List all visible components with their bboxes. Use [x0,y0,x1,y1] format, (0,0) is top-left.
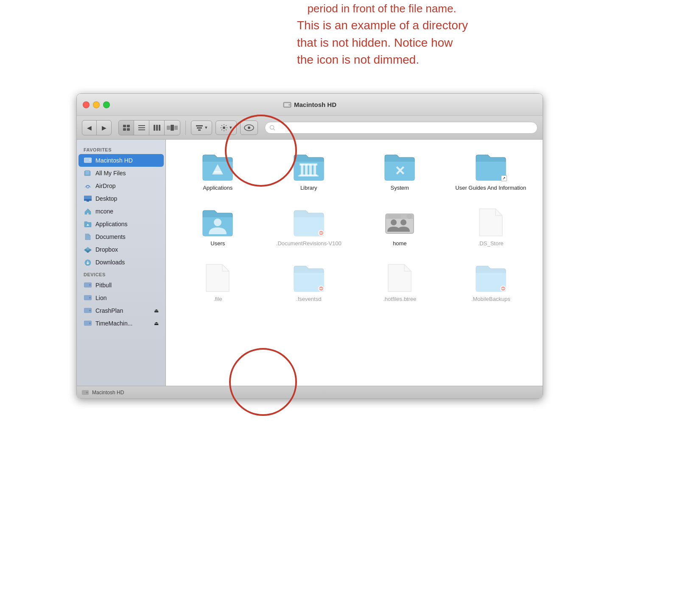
minimize-button[interactable] [93,101,100,108]
downloads-icon [84,258,92,267]
search-box[interactable] [265,122,538,134]
svg-rect-14 [171,125,174,131]
file-item-fseventsd[interactable]: .fseventsd [266,259,353,306]
sidebar-item-timemachine[interactable]: TimeMachin... ⏏ [77,317,165,330]
file-item-file[interactable]: .file [174,259,261,306]
library-folder-large [292,152,325,181]
sidebar-item-pitbull[interactable]: Pitbull [77,279,165,292]
user-guides-label: User Guides And Information [455,185,526,192]
gear-icon [220,124,228,132]
hidden-badge-fseventsd [318,286,324,292]
svg-point-21 [248,126,250,129]
svg-rect-7 [138,125,145,126]
library-label: Library [300,185,317,192]
system-folder-large: ✕ [383,152,416,181]
sidebar-item-downloads[interactable]: Downloads [77,256,165,269]
plain-file-large3 [386,264,413,292]
svg-rect-15 [174,126,178,130]
action-button[interactable]: ▾ [216,121,237,135]
fseventsd-label: .fseventsd [296,296,321,303]
timemachine-drive-icon [84,319,92,328]
svg-point-54 [400,219,406,225]
drive-svg2 [84,295,92,301]
svg-rect-17 [197,127,202,129]
file-item-users[interactable]: Users [174,204,261,251]
icon-view-icon [123,124,130,131]
status-drive-icon [82,390,89,395]
system-folder-icon: ✕ [383,152,417,182]
sidebar-item-all-my-files[interactable]: All My Files [77,167,165,180]
sidebar-item-crashplan[interactable]: CrashPlan ⏏ [77,304,165,317]
sidebar-item-airdrop[interactable]: AirDrop [77,180,165,192]
eye-button[interactable] [240,121,258,135]
file-item-applications[interactable]: Applications [174,148,261,195]
svg-rect-10 [154,125,155,131]
all-my-files-icon [84,169,92,177]
file-item-home[interactable]: home [356,204,443,251]
svg-rect-13 [167,126,170,130]
arrange-button[interactable]: ▾ [191,121,212,135]
eject-icon-timemachine[interactable]: ⏏ [154,320,159,326]
hotfiles-label: .hotfiles.btree [383,296,416,303]
applications-sidebar-icon [84,220,92,228]
home-label: home [393,240,407,247]
file-item-library[interactable]: Library [266,148,353,195]
home-drive-icon [383,207,417,238]
sidebar-label-lion: Lion [95,295,106,301]
airdrop-svg [84,182,92,189]
sidebar-label-mcone: mcone [95,208,113,215]
icon-view-button[interactable] [119,121,134,135]
plain-file-large [478,208,504,237]
sidebar-label-crashplan: CrashPlan [95,307,123,314]
back-button[interactable]: ◀ [82,121,97,135]
column-view-button[interactable] [149,121,165,135]
mobilebackups-label: .MobileBackups [471,296,510,303]
sidebar-item-lion[interactable]: Lion [77,292,165,304]
sidebar-item-documents[interactable]: Documents [77,230,165,243]
sidebar: FAVORITES Macintosh HD [77,140,166,386]
toolbar-separator-1 [185,121,186,135]
file-item-system[interactable]: ✕ System [356,148,443,195]
svg-rect-30 [84,199,92,201]
svg-point-28 [87,185,89,188]
svg-point-56 [407,214,412,219]
sidebar-item-mcone[interactable]: mcone [77,205,165,218]
svg-rect-18 [198,129,201,131]
sidebar-item-applications[interactable]: Applications [77,218,165,230]
close-button[interactable] [83,101,90,108]
file-item-ds-store[interactable]: .DS_Store [448,204,535,251]
maximize-button[interactable] [103,101,110,108]
svg-rect-48 [298,175,319,177]
coverflow-view-icon [166,124,178,131]
file-grid: Applications [166,140,543,386]
svg-rect-8 [138,127,145,128]
file-item-user-guides[interactable]: ↗ User Guides And Information [448,148,535,195]
svg-rect-43 [305,164,308,175]
finder-body: FAVORITES Macintosh HD [77,140,543,386]
svg-point-58 [86,392,88,393]
coverflow-view-button[interactable] [165,121,180,135]
sidebar-label-applications: Applications [95,221,128,227]
sidebar-item-desktop[interactable]: Desktop [77,192,165,205]
file-item-hotfiles[interactable]: .hotfiles.btree [356,259,443,306]
docrevisions-label: .DocumentRevisions-V100 [276,240,342,247]
forward-button[interactable]: ▶ [97,121,111,135]
file-item-docrevisions[interactable]: .DocumentRevisions-V100 [266,204,353,251]
window-buttons [83,101,110,108]
svg-point-53 [391,219,397,225]
desktop-icon [84,194,92,203]
eject-icon-crashplan[interactable]: ⏏ [154,308,159,314]
file-item-mobilebackups[interactable]: .MobileBackups [448,259,535,306]
applications-label: Applications [203,185,232,192]
svg-rect-27 [85,170,90,175]
svg-point-19 [223,126,225,129]
app-folder-svg [84,221,92,227]
list-view-button[interactable] [134,121,149,135]
svg-line-23 [274,129,275,130]
list-view-icon [138,124,146,131]
svg-rect-6 [127,128,130,131]
sidebar-item-macintosh-hd[interactable]: Macintosh HD [78,154,164,167]
sidebar-item-dropbox[interactable]: Dropbox [77,243,165,256]
sidebar-label-timemachine: TimeMachin... [95,320,132,327]
hd-icon [283,101,291,108]
